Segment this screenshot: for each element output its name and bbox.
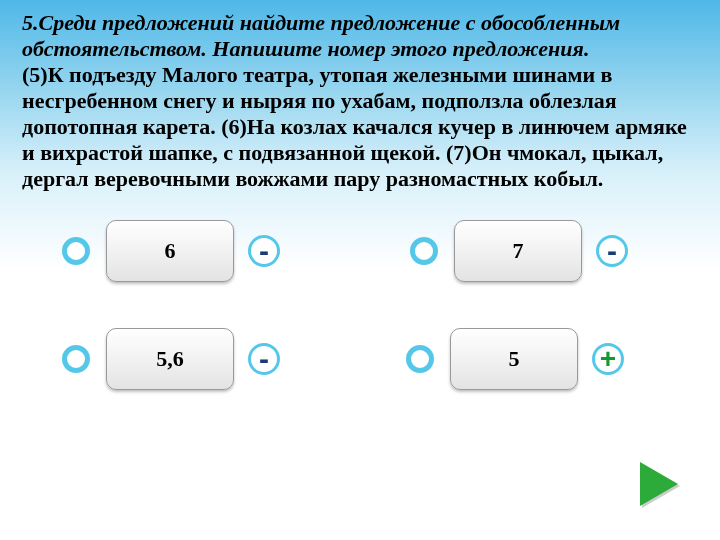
question-block: 5.Среди предложений найдите предложение … [22,10,698,192]
option-b-label: 7 [513,238,524,264]
mark-c: - [248,343,280,375]
option-c-box[interactable]: 5,6 [106,328,234,390]
radio-icon[interactable] [62,237,90,265]
option-a[interactable]: 6 - [62,220,280,282]
question-prompt: Среди предложений найдите предложение с … [22,10,620,61]
option-c[interactable]: 5,6 - [62,328,280,390]
answers-area: 6 - 7 - 5,6 - 5 + [22,220,698,460]
option-d-box[interactable]: 5 [450,328,578,390]
option-b[interactable]: 7 - [410,220,628,282]
question-body: (5)К подъезду Малого театра, утопая желе… [22,62,687,191]
question-number: 5. [22,10,39,35]
radio-icon[interactable] [410,237,438,265]
option-b-box[interactable]: 7 [454,220,582,282]
option-d[interactable]: 5 + [406,328,624,390]
option-d-label: 5 [509,346,520,372]
option-c-label: 5,6 [156,346,184,372]
mark-b: - [596,235,628,267]
mark-d: + [592,343,624,375]
option-a-box[interactable]: 6 [106,220,234,282]
option-a-label: 6 [165,238,176,264]
radio-icon[interactable] [62,345,90,373]
next-button[interactable] [640,462,678,506]
radio-icon[interactable] [406,345,434,373]
mark-a: - [248,235,280,267]
